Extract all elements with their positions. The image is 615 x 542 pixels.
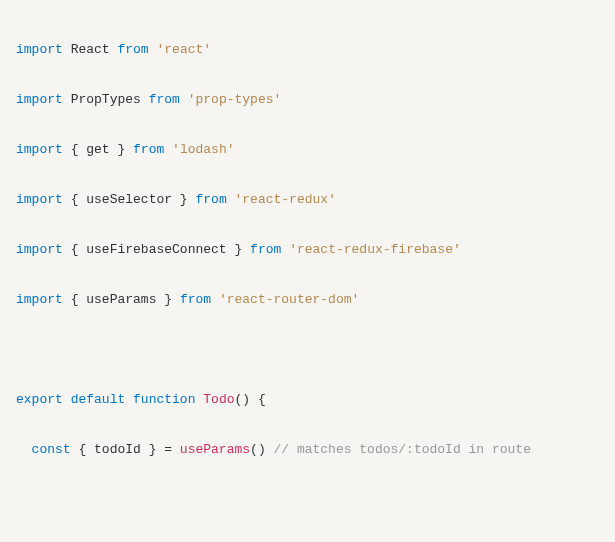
- function-call: useParams: [180, 442, 250, 457]
- punct: {: [71, 192, 87, 207]
- keyword-from: from: [133, 142, 164, 157]
- code-line: import { useParams } from 'react-router-…: [16, 287, 599, 312]
- punct: {: [71, 292, 87, 307]
- keyword-import: import: [16, 292, 63, 307]
- punct: }: [156, 292, 172, 307]
- keyword-import: import: [16, 92, 63, 107]
- keyword-from: from: [149, 92, 180, 107]
- punct: {: [71, 242, 87, 257]
- code-line: import { get } from 'lodash': [16, 137, 599, 162]
- string-literal: 'react-redux': [235, 192, 336, 207]
- blank-line: [16, 337, 599, 362]
- comment: // matches todos/:todoId in route: [266, 442, 531, 457]
- string-literal: 'prop-types': [188, 92, 282, 107]
- code-block: import React from 'react' import PropTyp…: [16, 12, 599, 542]
- function-name: Todo: [203, 392, 234, 407]
- punct: }: [172, 192, 188, 207]
- string-literal: 'react-router-dom': [219, 292, 359, 307]
- string-literal: 'react-redux-firebase': [289, 242, 461, 257]
- string-literal: 'lodash': [172, 142, 234, 157]
- identifier: useSelector: [86, 192, 172, 207]
- punct: }: [227, 242, 243, 257]
- punct: } =: [141, 442, 180, 457]
- keyword-import: import: [16, 192, 63, 207]
- identifier: PropTypes: [71, 92, 141, 107]
- identifier: todoId: [94, 442, 141, 457]
- identifier: useFirebaseConnect: [86, 242, 226, 257]
- keyword-import: import: [16, 142, 63, 157]
- identifier: React: [71, 42, 110, 57]
- keyword-import: import: [16, 42, 63, 57]
- keyword-from: from: [180, 292, 211, 307]
- identifier: get: [86, 142, 109, 157]
- code-line: import PropTypes from 'prop-types': [16, 87, 599, 112]
- keyword-from: from: [195, 192, 226, 207]
- code-line: import { useSelector } from 'react-redux…: [16, 187, 599, 212]
- keyword-default: default: [71, 392, 126, 407]
- code-line: export default function Todo() {: [16, 387, 599, 412]
- punct: (): [250, 442, 266, 457]
- keyword-const: const: [32, 442, 71, 457]
- punct: {: [71, 142, 87, 157]
- identifier: useParams: [86, 292, 156, 307]
- punct: }: [110, 142, 126, 157]
- blank-line: [16, 487, 599, 512]
- code-line: useFirebaseConnect([: [16, 537, 599, 542]
- code-line: const { todoId } = useParams() // matche…: [16, 437, 599, 462]
- keyword-function: function: [133, 392, 195, 407]
- punct: {: [71, 442, 94, 457]
- keyword-from: from: [250, 242, 281, 257]
- code-line: import React from 'react': [16, 37, 599, 62]
- code-line: import { useFirebaseConnect } from 'reac…: [16, 237, 599, 262]
- punct: () {: [235, 392, 266, 407]
- keyword-export: export: [16, 392, 63, 407]
- keyword-from: from: [117, 42, 148, 57]
- string-literal: 'react': [156, 42, 211, 57]
- keyword-import: import: [16, 242, 63, 257]
